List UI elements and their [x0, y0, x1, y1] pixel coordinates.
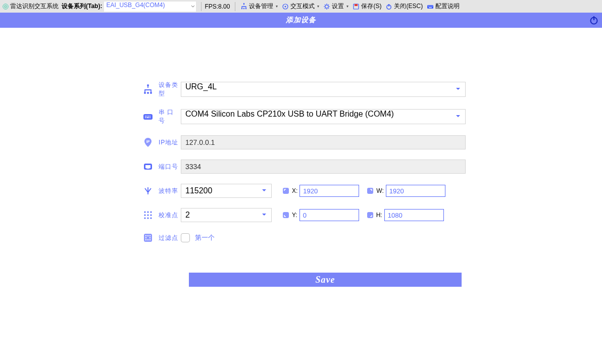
- svg-point-47: [147, 217, 148, 219]
- filter-label: 过滤点: [159, 234, 181, 242]
- add-device-form: 设备类型 URG_4L 串 口 号 COM4 Silicon Labs CP21…: [142, 81, 466, 287]
- dropdown-arrow-icon: ▾: [317, 4, 319, 9]
- serial-port-label: 串 口 号: [159, 108, 181, 125]
- svg-rect-14: [427, 5, 433, 9]
- svg-rect-26: [143, 114, 153, 120]
- svg-point-28: [146, 116, 147, 117]
- svg-point-42: [150, 211, 152, 213]
- svg-point-27: [145, 116, 146, 117]
- y-input[interactable]: [299, 209, 359, 221]
- svg-point-46: [144, 217, 145, 219]
- interaction-mode-menu[interactable]: 交互模式 ▾: [280, 2, 321, 11]
- save-button[interactable]: Save: [189, 273, 462, 287]
- main-toolbar: 雷达识别交互系统 设备系列(Tab): EAI_USB_G4(COM4) FPS…: [0, 0, 602, 13]
- w-input[interactable]: [386, 185, 445, 197]
- baud-label: 波特率: [159, 187, 181, 195]
- x-w-group: X: W:: [282, 185, 445, 197]
- interaction-mode-label: 交互模式: [290, 2, 315, 11]
- x-input[interactable]: [299, 185, 359, 197]
- h-input[interactable]: [384, 209, 444, 221]
- target-icon: [282, 3, 289, 10]
- port-value: 3334: [185, 163, 201, 171]
- svg-point-31: [145, 117, 146, 118]
- antenna-icon: [142, 185, 154, 196]
- corner-icon: [366, 211, 374, 219]
- svg-point-15: [428, 6, 429, 6]
- serial-port-row: 串 口 号 COM4 Silicon Labs CP210x USB to UA…: [142, 108, 466, 125]
- port-label: 端口号: [159, 163, 181, 171]
- corner-icon: [282, 187, 290, 195]
- svg-point-18: [432, 6, 432, 6]
- svg-text:IP: IP: [146, 140, 150, 143]
- filter-first-checkbox[interactable]: [181, 233, 190, 242]
- calibration-value: 2: [185, 211, 190, 220]
- svg-point-59: [149, 239, 150, 240]
- baud-select[interactable]: 115200: [181, 184, 272, 198]
- save-button-label: Save: [316, 275, 335, 285]
- ethernet-port-icon: [142, 161, 154, 172]
- titlebar-power-icon[interactable]: [589, 15, 599, 25]
- save-label: 保存(S): [361, 2, 381, 11]
- close-button[interactable]: 关闭(ESC): [383, 2, 425, 11]
- ip-address-input[interactable]: 127.0.0.1: [181, 135, 466, 149]
- svg-point-57: [145, 239, 146, 240]
- y-h-group: Y: H:: [282, 209, 444, 221]
- device-series-select[interactable]: EAI_USB_G4(COM4): [104, 2, 190, 12]
- svg-point-43: [144, 214, 145, 216]
- serial-port-value: COM4 Silicon Labs CP210x USB to UART Bri…: [185, 110, 394, 118]
- baud-value: 115200: [185, 186, 212, 195]
- svg-point-5: [243, 8, 244, 9]
- settings-label: 设置: [332, 2, 344, 11]
- svg-point-58: [147, 239, 148, 240]
- svg-rect-33: [146, 117, 149, 118]
- svg-point-16: [429, 6, 430, 6]
- h-cluster: H:: [366, 209, 444, 221]
- chevron-down-icon: [455, 85, 461, 94]
- w-cluster: W:: [366, 185, 445, 197]
- calibration-select[interactable]: 2: [181, 208, 272, 222]
- page-titlebar: 添加设备: [0, 13, 602, 28]
- x-label: X:: [292, 187, 297, 194]
- svg-point-45: [150, 214, 152, 216]
- baud-row: 波特率 115200 X: W:: [142, 184, 466, 198]
- ip-address-value: 127.0.0.1: [185, 138, 215, 146]
- ip-address-label: IP地址: [159, 138, 181, 147]
- h-label: H:: [376, 212, 382, 219]
- filter-first-label: 第一个: [195, 233, 215, 242]
- y-cluster: Y:: [282, 209, 359, 221]
- toolbar-separator: [201, 2, 202, 11]
- device-series-dropdown-icon[interactable]: [190, 2, 196, 12]
- device-management-menu[interactable]: 设备管理 ▾: [238, 2, 280, 11]
- y-label: Y:: [292, 212, 297, 219]
- port-row: 端口号 3334: [142, 160, 466, 174]
- device-type-select[interactable]: URG_4L: [181, 82, 466, 97]
- port-input[interactable]: 3334: [181, 160, 466, 174]
- keyboard-icon: [427, 3, 434, 10]
- svg-point-54: [149, 235, 150, 236]
- serial-port-select[interactable]: COM4 Silicon Labs CP210x USB to UART Bri…: [181, 109, 466, 124]
- svg-point-2: [5, 6, 6, 7]
- w-label: W:: [376, 187, 383, 194]
- device-tree-icon: [142, 84, 154, 95]
- chevron-down-icon: [261, 186, 267, 195]
- grid-dots-icon: [142, 210, 154, 221]
- save-icon: [353, 3, 360, 10]
- svg-point-32: [149, 117, 150, 118]
- svg-point-4: [241, 8, 242, 9]
- filter-row: 过滤点 第一个: [142, 232, 466, 243]
- svg-point-25: [150, 92, 152, 94]
- config-help-button[interactable]: 配置说明: [425, 2, 462, 11]
- settings-menu[interactable]: 设置 ▾: [321, 2, 350, 11]
- config-help-label: 配置说明: [435, 2, 460, 11]
- svg-point-55: [145, 237, 146, 238]
- svg-point-53: [147, 235, 148, 236]
- svg-rect-38: [283, 188, 289, 194]
- fps-label: FPS:: [205, 3, 218, 10]
- power-icon: [385, 3, 392, 10]
- ip-pin-icon: IP: [142, 137, 154, 148]
- calibration-label: 校准点: [159, 211, 181, 220]
- app-title: 雷达识别交互系统: [10, 2, 59, 11]
- device-type-value: URG_4L: [185, 82, 217, 91]
- svg-point-44: [147, 214, 148, 216]
- save-menu[interactable]: 保存(S): [350, 2, 383, 11]
